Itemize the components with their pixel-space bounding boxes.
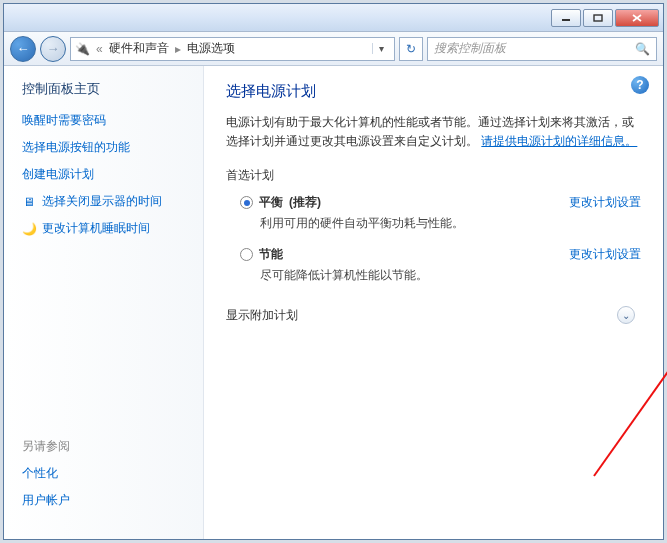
see-also-personalization[interactable]: 个性化 xyxy=(22,465,70,482)
breadcrumb-level2[interactable]: 电源选项 xyxy=(187,40,235,57)
extra-plans-title: 显示附加计划 xyxy=(226,307,298,324)
main-panel: ? 选择电源计划 电源计划有助于最大化计算机的性能或者节能。通过选择计划来将其激… xyxy=(204,66,663,539)
details-link[interactable]: 请提供电源计划的详细信息。 xyxy=(481,134,637,148)
search-placeholder: 搜索控制面板 xyxy=(434,40,506,57)
search-icon: 🔍 xyxy=(635,42,650,56)
annotation-arrow xyxy=(574,196,667,486)
breadcrumb-level1[interactable]: 硬件和声音 xyxy=(109,40,169,57)
see-also-title: 另请参阅 xyxy=(22,438,70,455)
extra-plans-row[interactable]: 显示附加计划 ⌄ xyxy=(226,306,641,324)
plan-saver-desc: 尽可能降低计算机性能以节能。 xyxy=(260,267,561,284)
plan-balanced-name: 平衡 xyxy=(259,194,283,211)
breadcrumb-sep-icon: « xyxy=(96,42,103,56)
preferred-plans-title: 首选计划 xyxy=(226,167,641,184)
maximize-button[interactable] xyxy=(583,9,613,27)
plan-balanced-rec: (推荐) xyxy=(289,194,321,211)
plan-balanced-change-link[interactable]: 更改计划设置 xyxy=(569,194,641,211)
address-dropdown-icon[interactable]: ▾ xyxy=(372,43,390,54)
plan-saver-radio[interactable] xyxy=(240,248,253,261)
sidebar-title[interactable]: 控制面板主页 xyxy=(22,80,191,98)
sidebar: 控制面板主页 唤醒时需要密码 选择电源按钮的功能 创建电源计划 🖥选择关闭显示器… xyxy=(4,66,204,539)
sidebar-link-create-plan[interactable]: 创建电源计划 xyxy=(22,166,191,183)
chevron-down-icon[interactable]: ⌄ xyxy=(617,306,635,324)
sidebar-link-sleep[interactable]: 🌙更改计算机睡眠时间 xyxy=(22,220,191,237)
description: 电源计划有助于最大化计算机的性能或者节能。通过选择计划来将其激活，或选择计划并通… xyxy=(226,113,641,151)
sidebar-link-wake-password[interactable]: 唤醒时需要密码 xyxy=(22,112,191,129)
close-button[interactable] xyxy=(615,9,659,27)
plan-balanced: 平衡 (推荐) 利用可用的硬件自动平衡功耗与性能。 更改计划设置 xyxy=(240,194,641,232)
search-input[interactable]: 搜索控制面板 🔍 xyxy=(427,37,657,61)
page-heading: 选择电源计划 xyxy=(226,82,641,101)
navbar: ← → 🔌 « 硬件和声音 ▸ 电源选项 ▾ ↻ 搜索控制面板 🔍 xyxy=(4,32,663,66)
power-icon: 🔌 xyxy=(75,42,90,56)
monitor-icon: 🖥 xyxy=(22,195,36,209)
plan-balanced-radio[interactable] xyxy=(240,196,253,209)
see-also-user-accounts[interactable]: 用户帐户 xyxy=(22,492,70,509)
moon-icon: 🌙 xyxy=(22,222,36,236)
plan-saver-change-link[interactable]: 更改计划设置 xyxy=(569,246,641,263)
sidebar-link-power-button[interactable]: 选择电源按钮的功能 xyxy=(22,139,191,156)
plan-saver: 节能 尽可能降低计算机性能以节能。 更改计划设置 xyxy=(240,246,641,284)
chevron-right-icon: ▸ xyxy=(175,42,181,56)
help-icon[interactable]: ? xyxy=(631,76,649,94)
sidebar-link-display-off[interactable]: 🖥选择关闭显示器的时间 xyxy=(22,193,191,210)
titlebar xyxy=(4,4,663,32)
back-button[interactable]: ← xyxy=(10,36,36,62)
plan-saver-name: 节能 xyxy=(259,246,283,263)
forward-button[interactable]: → xyxy=(40,36,66,62)
svg-rect-1 xyxy=(594,15,602,21)
see-also: 另请参阅 个性化 用户帐户 xyxy=(22,438,70,519)
plan-balanced-desc: 利用可用的硬件自动平衡功耗与性能。 xyxy=(260,215,561,232)
minimize-button[interactable] xyxy=(551,9,581,27)
address-bar[interactable]: 🔌 « 硬件和声音 ▸ 电源选项 ▾ xyxy=(70,37,395,61)
control-panel-window: ← → 🔌 « 硬件和声音 ▸ 电源选项 ▾ ↻ 搜索控制面板 🔍 控制面板主页… xyxy=(3,3,664,540)
content-body: 控制面板主页 唤醒时需要密码 选择电源按钮的功能 创建电源计划 🖥选择关闭显示器… xyxy=(4,66,663,539)
refresh-button[interactable]: ↻ xyxy=(399,37,423,61)
